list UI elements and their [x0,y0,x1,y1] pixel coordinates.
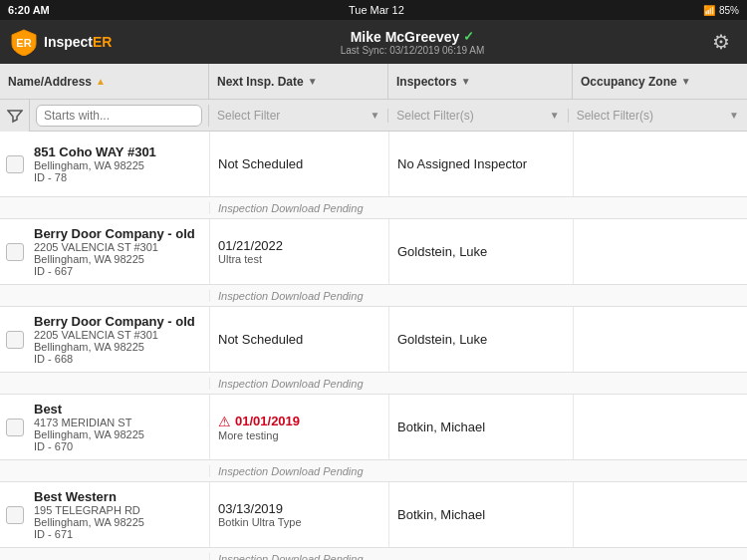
address-cell: Berry Door Company - old 2205 VALENCIA S… [30,219,209,284]
address-name: Berry Door Company - old [34,226,205,241]
address-street: 2205 VALENCIA ST #301 [34,241,205,253]
user-name: Mike McGreevey ✓ [120,29,705,45]
col-header-occupancy-zone[interactable]: Occupancy Zone ▼ [573,64,747,99]
inspection-date: 01/21/2022 [218,238,283,253]
pending-row: Inspection Download Pending [0,285,747,307]
occupancy-cell [573,219,747,284]
row-checkbox[interactable] [0,132,30,196]
gear-icon: ⚙ [712,30,730,54]
search-input[interactable] [36,105,202,127]
filter-toggle-button[interactable] [0,100,30,132]
table-row[interactable]: Best Western 195 TELEGRAPH RD Bellingham… [0,482,747,548]
date-row: 03/13/2019 [218,501,380,516]
date-note: Botkin Ultra Type [218,516,380,528]
address-cell: Best 4173 MERIDIAN ST Bellingham, WA 982… [30,395,209,459]
filter-row: Name/Address ▲ Next Insp. Date ▼ Inspect… [0,64,747,100]
row-checkbox[interactable] [0,482,30,547]
inspection-date: 01/01/2019 [235,414,300,428]
inspection-date: 03/13/2019 [218,501,283,516]
occupancy-filter-select[interactable]: Select Filter(s) ▼ [569,109,747,123]
battery-text: 85% [719,5,739,16]
overdue-icon: ⚠ [218,414,231,429]
checkbox[interactable] [6,331,24,349]
address-city: Bellingham, WA 98225 [34,159,205,171]
date-row: Not Scheduled [218,156,380,171]
pending-text: Inspection Download Pending [209,290,388,302]
date-row: 01/21/2022 [218,238,380,253]
table-body: 851 Coho WAY #301 Bellingham, WA 98225 I… [0,132,747,560]
inspection-date-cell: Not Scheduled [209,307,388,372]
address-cell: Best Western 195 TELEGRAPH RD Bellingham… [30,482,209,547]
table-row[interactable]: Berry Door Company - old 2205 VALENCIA S… [0,219,747,285]
checkbox[interactable] [6,419,24,436]
pending-row: Inspection Download Pending [0,197,747,219]
checkbox[interactable] [6,243,24,261]
inspector-cell: No Assigned Inspector [388,132,573,196]
row-checkbox[interactable] [0,307,30,372]
status-time: 6:20 AM [8,4,50,16]
address-id: ID - 671 [34,528,205,540]
pending-text: Inspection Download Pending [209,553,388,561]
next-insp-filter-select[interactable]: Select Filter ▼ [209,109,388,123]
checkbox[interactable] [6,155,24,173]
date-note: More testing [218,429,380,441]
select-arrow-icon: ▼ [370,110,379,121]
inspector-name: Goldstein, Luke [397,244,487,259]
inspection-date: Not Scheduled [218,156,303,171]
select-arrow-icon: ▼ [729,110,739,121]
sync-info: Last Sync: 03/12/2019 06:19 AM [120,45,705,56]
address-street: 4173 MERIDIAN ST [34,417,205,428]
settings-button[interactable]: ⚙ [705,26,737,58]
table-row[interactable]: Berry Door Company - old 2205 VALENCIA S… [0,307,747,373]
address-id: ID - 668 [34,353,205,365]
dropdown-icon: ▼ [681,76,691,87]
logo-shield-icon: ER [10,28,38,56]
date-note: Ultra test [218,253,380,265]
address-city: Bellingham, WA 98225 [34,253,205,265]
row-checkbox[interactable] [0,219,30,284]
occupancy-cell [573,395,747,459]
inspection-date-cell: 03/13/2019 Botkin Ultra Type [209,482,388,547]
checkbox[interactable] [6,506,24,524]
occupancy-cell [573,482,747,547]
row-checkbox[interactable] [0,395,30,459]
verified-badge: ✓ [463,29,474,44]
address-city: Bellingham, WA 98225 [34,516,205,528]
address-name: Best Western [34,489,205,504]
address-id: ID - 78 [34,171,205,183]
inspector-cell: Goldstein, Luke [388,219,573,284]
occupancy-cell [573,307,747,372]
table-row[interactable]: 851 Coho WAY #301 Bellingham, WA 98225 I… [0,132,747,197]
inspection-date-cell: Not Scheduled [209,132,388,196]
inspection-date: Not Scheduled [218,332,303,347]
address-id: ID - 670 [34,440,205,452]
inspector-name: Botkin, Michael [397,420,485,434]
pending-text: Inspection Download Pending [209,465,388,477]
pending-text: Inspection Download Pending [209,378,388,390]
inspection-date-cell: ⚠ 01/01/2019 More testing [209,395,388,459]
address-name: Best [34,402,205,417]
address-city: Bellingham, WA 98225 [34,341,205,353]
address-name: 851 Coho WAY #301 [34,144,205,159]
funnel-icon [7,108,23,124]
pending-row: Inspection Download Pending [0,373,747,395]
col-header-name-address[interactable]: Name/Address ▲ [0,64,209,99]
occupancy-cell [573,132,747,196]
address-name: Berry Door Company - old [34,314,205,329]
inspectors-filter-select[interactable]: Select Filter(s) ▼ [388,109,568,123]
inspector-name: Goldstein, Luke [397,332,487,347]
status-bar: 6:20 AM Tue Mar 12 📶 85% [0,0,747,20]
address-street: 195 TELEGRAPH RD [34,504,205,516]
wifi-icon: 📶 [703,5,715,16]
header-center: Mike McGreevey ✓ Last Sync: 03/12/2019 0… [120,29,705,56]
inspector-cell: Goldstein, Luke [388,307,573,372]
status-icons: 📶 85% [703,5,739,16]
col-header-next-insp-date[interactable]: Next Insp. Date ▼ [209,64,388,99]
dropdown-icon: ▼ [461,76,471,87]
table-row[interactable]: Best 4173 MERIDIAN ST Bellingham, WA 982… [0,395,747,460]
col-header-inspectors[interactable]: Inspectors ▼ [388,64,573,99]
inspector-cell: Botkin, Michael [388,395,573,459]
pending-text: Inspection Download Pending [209,202,388,214]
search-filter-row: Select Filter ▼ Select Filter(s) ▼ Selec… [0,100,747,132]
pending-row: Inspection Download Pending [0,548,747,560]
